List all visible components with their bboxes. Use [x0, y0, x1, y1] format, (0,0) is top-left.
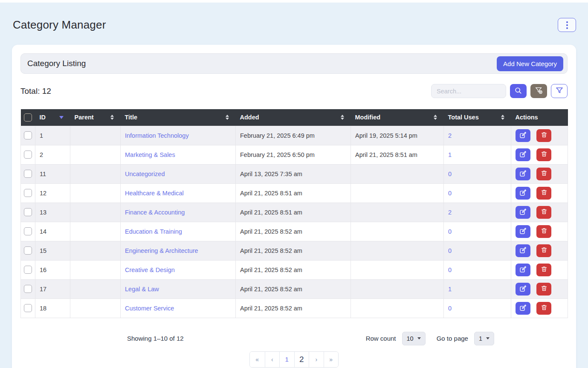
- column-header-added[interactable]: Added: [236, 109, 351, 126]
- header-checkbox-cell: [21, 109, 35, 126]
- column-header-modified[interactable]: Modified: [351, 109, 444, 126]
- cell-id: 17: [35, 279, 70, 298]
- delete-button[interactable]: [536, 148, 551, 161]
- cell-id: 11: [35, 164, 70, 183]
- edit-button[interactable]: [516, 283, 530, 296]
- edit-button[interactable]: [516, 264, 530, 276]
- cell-title: Healthcare & Medical: [121, 183, 236, 203]
- edit-button[interactable]: [516, 187, 530, 200]
- row-count-label: Row count: [366, 335, 396, 342]
- delete-button[interactable]: [536, 225, 551, 238]
- category-title-link[interactable]: Finance & Accounting: [125, 209, 185, 216]
- total-uses-link[interactable]: 1: [448, 286, 452, 293]
- column-header-total-uses[interactable]: Total Uses: [444, 109, 511, 126]
- edit-button[interactable]: [516, 302, 530, 315]
- edit-button[interactable]: [516, 129, 530, 142]
- trash-icon: [541, 227, 547, 235]
- category-title-link[interactable]: Creative & Design: [125, 267, 175, 273]
- total-uses-link[interactable]: 0: [448, 305, 452, 312]
- row-checkbox[interactable]: [24, 189, 32, 197]
- column-header-parent[interactable]: Parent: [70, 109, 121, 126]
- trash-icon: [541, 246, 547, 255]
- column-header-title[interactable]: Title: [121, 109, 236, 126]
- cell-parent: [70, 260, 121, 279]
- delete-button[interactable]: [536, 302, 551, 315]
- delete-button[interactable]: [536, 187, 551, 200]
- category-title-link[interactable]: Legal & Law: [125, 286, 159, 293]
- delete-button[interactable]: [536, 264, 551, 276]
- add-new-category-button[interactable]: Add New Category: [497, 56, 563, 71]
- delete-button[interactable]: [536, 283, 551, 296]
- cell-modified: [351, 279, 444, 298]
- goto-page-select[interactable]: 1: [474, 332, 494, 345]
- cell-actions: [511, 164, 568, 183]
- trash-icon: [541, 208, 547, 216]
- edit-button[interactable]: [516, 225, 530, 238]
- filter-button[interactable]: [551, 84, 568, 98]
- delete-button[interactable]: [536, 244, 551, 257]
- cell-total-uses: 0: [444, 298, 511, 318]
- row-count-select[interactable]: 10: [402, 332, 426, 345]
- page-button[interactable]: 1: [279, 352, 294, 367]
- page-button[interactable]: 2: [294, 352, 309, 367]
- row-checkbox[interactable]: [24, 246, 32, 255]
- total-uses-link[interactable]: 2: [448, 132, 452, 139]
- pencil-square-icon: [519, 285, 527, 293]
- total-uses-link[interactable]: 2: [448, 209, 452, 216]
- total-uses-link[interactable]: 0: [448, 247, 452, 254]
- row-checkbox[interactable]: [24, 285, 32, 293]
- category-title-link[interactable]: Healthcare & Medical: [125, 190, 184, 197]
- pager-nav-button[interactable]: ›: [309, 352, 324, 367]
- total-uses-link[interactable]: 0: [448, 171, 452, 177]
- sort-toggle-icon: [501, 115, 504, 120]
- search-input[interactable]: [431, 84, 506, 98]
- category-title-link[interactable]: Education & Training: [125, 228, 182, 235]
- row-checkbox[interactable]: [24, 131, 32, 139]
- row-checkbox[interactable]: [24, 266, 32, 274]
- showing-range-label: Showing 1–10 of 12: [127, 335, 184, 342]
- category-title-link[interactable]: Marketing & Sales: [125, 151, 175, 158]
- total-uses-link[interactable]: 0: [448, 190, 452, 197]
- category-title-link[interactable]: Customer Service: [125, 305, 174, 312]
- edit-button[interactable]: [516, 168, 530, 180]
- pager-nav-button[interactable]: «: [250, 352, 265, 367]
- cell-checkbox: [21, 279, 35, 298]
- delete-button[interactable]: [536, 168, 551, 180]
- row-checkbox[interactable]: [24, 170, 32, 178]
- cell-actions: [511, 126, 568, 145]
- row-checkbox[interactable]: [24, 304, 32, 312]
- delete-button[interactable]: [536, 206, 551, 219]
- total-uses-link[interactable]: 0: [448, 228, 452, 235]
- column-header-id[interactable]: ID: [35, 109, 70, 126]
- pager-nav-button[interactable]: »: [324, 352, 339, 367]
- total-uses-link[interactable]: 0: [448, 267, 452, 273]
- row-checkbox[interactable]: [24, 151, 32, 159]
- cell-id: 15: [35, 241, 70, 260]
- total-uses-link[interactable]: 1: [448, 151, 452, 158]
- trash-icon: [541, 151, 547, 159]
- edit-button[interactable]: [516, 206, 530, 219]
- cell-actions: [511, 222, 568, 241]
- edit-button[interactable]: [516, 244, 530, 257]
- row-checkbox[interactable]: [24, 227, 32, 235]
- cell-parent: [70, 222, 121, 241]
- page-menu-button[interactable]: [558, 18, 576, 32]
- edit-button[interactable]: [516, 148, 530, 161]
- delete-button[interactable]: [536, 129, 551, 142]
- cell-actions: [511, 241, 568, 260]
- cell-modified: [351, 222, 444, 241]
- cell-checkbox: [21, 260, 35, 279]
- cell-checkbox: [21, 183, 35, 203]
- category-title-link[interactable]: Engineering & Architecture: [125, 247, 198, 254]
- pencil-square-icon: [519, 227, 527, 236]
- category-title-link[interactable]: Uncategorized: [125, 171, 165, 177]
- category-title-link[interactable]: Information Technology: [125, 132, 189, 139]
- clear-filter-button[interactable]: [530, 84, 547, 98]
- row-checkbox[interactable]: [24, 208, 32, 216]
- cell-parent: [70, 279, 121, 298]
- category-listing-card: Category Listing Add New Category Total:…: [12, 45, 576, 368]
- search-button[interactable]: [510, 84, 527, 98]
- category-table: ID Parent Title: [20, 109, 568, 318]
- select-all-checkbox[interactable]: [24, 113, 32, 122]
- pager-nav-button[interactable]: ‹: [265, 352, 280, 367]
